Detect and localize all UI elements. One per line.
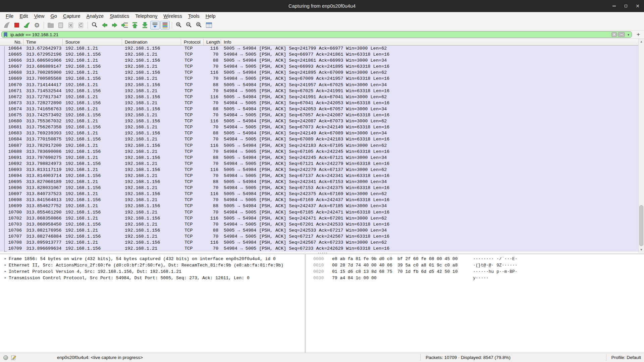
packet-row[interactable]: 10681 313.756267358 192.168.1.156 192.16…	[0, 124, 638, 130]
packet-row[interactable]: 10699 313.854627752 192.168.1.21 192.168…	[0, 203, 638, 209]
packet-row[interactable]: 10695 313.827060189 192.168.1.21 192.168…	[0, 179, 638, 185]
detail-line[interactable]: ▸ Ethernet II, Src: ActionsMicro_2f:60:f…	[2, 262, 305, 268]
packet-row[interactable]: 10707 313.882746884 192.168.1.156 192.16…	[0, 234, 638, 240]
menu-item[interactable]: Go	[48, 13, 60, 19]
restart-capture-button[interactable]	[22, 21, 32, 29]
go-to-top-button[interactable]	[130, 21, 140, 29]
hex-line[interactable]: 001000 28 7d 74 40 00 40 06 39 5a c0 a8 …	[313, 262, 644, 268]
menu-item[interactable]: Help	[203, 13, 219, 19]
hex-line[interactable]: 002001 15 d6 c8 13 8d 68 75 70 1d fb 6d …	[313, 268, 644, 275]
profile-text[interactable]: Profile: Default	[611, 353, 641, 362]
menu-item[interactable]: Wireless	[160, 13, 185, 19]
open-file-button[interactable]	[46, 21, 55, 29]
packet-list-scrollbar[interactable]: ▲ ▼	[638, 39, 644, 252]
expander-arrow-icon[interactable]: ▸	[2, 256, 9, 262]
detail-line[interactable]: ▸ Frame 1856: 54 bytes on wire (432 bits…	[2, 256, 305, 262]
packet-row[interactable]: 10696 313.828031067 192.168.1.156 192.16…	[0, 185, 638, 191]
go-to-packet-button[interactable]	[120, 21, 129, 29]
expander-arrow-icon[interactable]: ▸	[2, 262, 9, 268]
packet-row[interactable]: 10666 313.686501066 192.168.1.21 192.168…	[0, 58, 638, 64]
packet-row[interactable]: 10709 313.896699634 192.168.1.156 192.16…	[0, 246, 638, 252]
expander-arrow-icon[interactable]: ▸	[2, 275, 9, 281]
column-header-protocol[interactable]: Protocol	[181, 39, 204, 45]
packet-row[interactable]: 10691 313.797690275 192.168.1.21 192.168…	[0, 155, 638, 161]
save-file-button[interactable]	[56, 21, 65, 29]
packet-row[interactable]: 10668 313.700285900 192.168.1.21 192.168…	[0, 70, 638, 76]
pane-splitter-handle[interactable]	[318, 253, 328, 253]
start-capture-button[interactable]	[2, 21, 11, 29]
bookmark-icon[interactable]	[3, 32, 8, 39]
packet-row[interactable]: 10670 313.714144417 192.168.1.21 192.168…	[0, 82, 638, 88]
expert-info-icon[interactable]	[3, 355, 8, 360]
packet-row[interactable]: 10702 313.868350866 192.168.1.21 192.168…	[0, 216, 638, 222]
detail-line[interactable]: ▸ Internet Protocol Version 4, Src: 192.…	[2, 268, 305, 275]
packet-row[interactable]: 10669 313.700585568 192.168.1.156 192.16…	[0, 76, 638, 82]
hex-line[interactable]: 003079 a4 84 1c 00 00y·····	[313, 275, 644, 281]
menu-item[interactable]: File	[3, 13, 16, 19]
column-header-no[interactable]: No.	[0, 39, 23, 45]
resize-columns-button[interactable]	[204, 21, 214, 29]
column-header-time[interactable]: Time	[23, 39, 63, 45]
packet-row[interactable]: 10694 313.814003714 192.168.1.156 192.16…	[0, 173, 638, 179]
column-header-destination[interactable]: Destination	[122, 39, 181, 45]
packet-row[interactable]: 10697 313.840737523 192.168.1.21 192.168…	[0, 191, 638, 197]
packet-row[interactable]: 10667 313.686889147 192.168.1.156 192.16…	[0, 64, 638, 70]
column-header-info[interactable]: Info	[221, 39, 638, 45]
reload-button[interactable]	[76, 21, 86, 29]
close-file-button[interactable]	[66, 21, 75, 29]
menu-item[interactable]: Telephony	[132, 13, 160, 19]
packet-row[interactable]: 10664 313.672642973 192.168.1.21 192.168…	[0, 46, 638, 52]
maximize-button[interactable]	[623, 3, 629, 9]
capture-options-button[interactable]: ⚙	[32, 21, 42, 29]
go-to-bottom-button[interactable]	[140, 21, 150, 29]
packet-row[interactable]: 10693 313.813117119 192.168.1.21 192.168…	[0, 167, 638, 173]
packet-row[interactable]: 10703 313.868958450 192.168.1.156 192.16…	[0, 222, 638, 228]
packet-row[interactable]: 10675 313.742573492 192.168.1.156 192.16…	[0, 112, 638, 118]
close-button[interactable]: ✕	[635, 3, 641, 9]
packet-row[interactable]: 10674 313.741656763 192.168.1.21 192.168…	[0, 106, 638, 112]
colorize-button[interactable]	[160, 21, 170, 29]
auto-scroll-button[interactable]	[150, 21, 160, 29]
packet-row[interactable]: 10692 313.798824973 192.168.1.156 192.16…	[0, 161, 638, 167]
packet-row[interactable]: 10672 313.727817347 192.168.1.21 192.168…	[0, 94, 638, 100]
display-filter-field[interactable]: ✕ ▾	[1, 31, 632, 38]
packet-row[interactable]: 10687 313.782917200 192.168.1.21 192.168…	[0, 143, 638, 149]
go-back-button[interactable]	[100, 21, 109, 29]
hex-line[interactable]: 0000e8 ab fa 81 fe 9b d0 c0 bf 2f 60 fe …	[313, 256, 644, 262]
packet-row[interactable]: 10684 313.770150875 192.168.1.156 192.16…	[0, 136, 638, 142]
filter-add-button[interactable]: +	[635, 31, 642, 38]
zoom-in-button[interactable]	[174, 21, 183, 29]
packet-row[interactable]: 10665 313.672952196 192.168.1.156 192.16…	[0, 52, 638, 58]
column-header-length[interactable]: Length	[204, 39, 221, 45]
column-header-source[interactable]: Source	[63, 39, 122, 45]
zoom-original-button[interactable]	[194, 21, 204, 29]
expander-arrow-icon[interactable]: ▸	[2, 268, 9, 275]
filter-dropdown-caret[interactable]: ▾	[628, 33, 629, 37]
packet-row[interactable]: 10706 313.882176956 192.168.1.21 192.168…	[0, 228, 638, 234]
minimize-button[interactable]	[611, 3, 617, 9]
packet-row[interactable]: 10671 313.714532544 192.168.1.156 192.16…	[0, 88, 638, 94]
scrollbar-thumb[interactable]	[639, 205, 643, 246]
packet-row[interactable]: 10698 313.841564813 192.168.1.156 192.16…	[0, 197, 638, 203]
menu-item[interactable]: Capture	[60, 13, 84, 19]
filter-apply-button[interactable]	[618, 32, 625, 37]
packet-row[interactable]: 10683 313.769239393 192.168.1.21 192.168…	[0, 130, 638, 136]
find-packet-button[interactable]	[90, 21, 99, 29]
zoom-out-button[interactable]	[184, 21, 194, 29]
packet-row[interactable]: 10700 313.855461290 192.168.1.156 192.16…	[0, 209, 638, 216]
packet-row[interactable]: 10680 313.755367032 192.168.1.21 192.168…	[0, 118, 638, 124]
menu-item[interactable]: Analyze	[84, 13, 107, 19]
packet-row[interactable]: 10688 313.783690086 192.168.1.156 192.16…	[0, 149, 638, 155]
display-filter-input[interactable]	[10, 32, 503, 38]
menu-item[interactable]: View	[31, 13, 47, 19]
go-forward-button[interactable]	[110, 21, 119, 29]
stop-capture-button[interactable]	[12, 21, 21, 29]
menu-item[interactable]: Statistics	[107, 13, 132, 19]
menu-item[interactable]: Tools	[185, 13, 203, 19]
filter-clear-button[interactable]: ✕	[611, 32, 617, 37]
scroll-down-arrow[interactable]: ▼	[639, 247, 644, 252]
detail-line[interactable]: ▸ Transmission Control Protocol, Src Por…	[2, 275, 305, 281]
packet-row[interactable]: 10708 313.895913777 192.168.1.21 192.168…	[0, 240, 638, 246]
scroll-up-arrow[interactable]: ▲	[639, 39, 644, 44]
capture-comment-icon[interactable]	[11, 355, 16, 361]
